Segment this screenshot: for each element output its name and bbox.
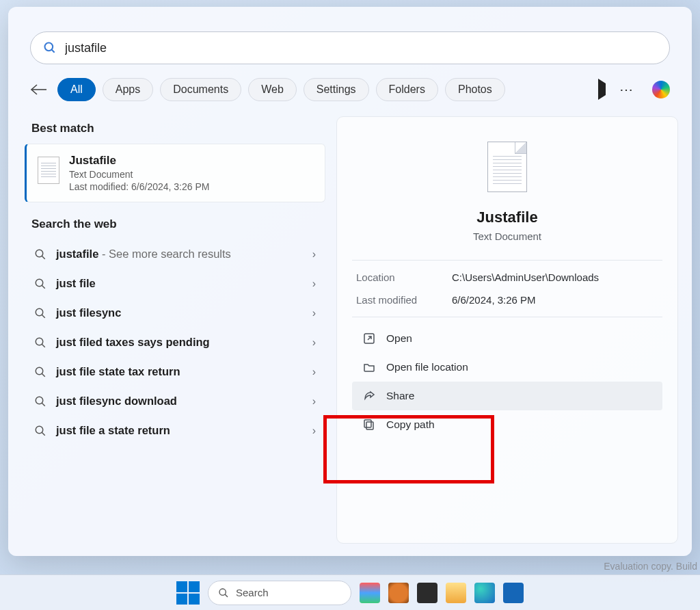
best-match-item[interactable]: Justafile Text Document Last modified: 6… (25, 144, 325, 202)
details-panel: Justafile Text Document Location C:\User… (336, 116, 678, 544)
copy-icon (363, 419, 375, 431)
chevron-right-icon: › (312, 278, 316, 290)
start-button[interactable] (176, 581, 200, 605)
web-suggestion[interactable]: just file a state return › (25, 416, 325, 445)
chevron-right-icon: › (312, 425, 316, 437)
details-title: Justafile (476, 209, 537, 226)
taskbar-app-icon[interactable] (417, 583, 438, 603)
more-icon[interactable]: ⋯ (612, 81, 641, 98)
suggestion-text: just filesync download (56, 395, 303, 408)
chevron-right-icon: › (312, 307, 316, 319)
svg-line-8 (42, 315, 45, 318)
svg-line-12 (42, 373, 45, 377)
web-suggestion[interactable]: just filesync › (25, 298, 325, 328)
meta-key: Location (356, 271, 452, 283)
filter-apps[interactable]: Apps (103, 78, 153, 101)
suggestion-text: justafile (56, 248, 98, 260)
taskbar-search[interactable]: Search (208, 581, 351, 605)
document-icon (38, 157, 59, 184)
taskbar-app-icon[interactable] (388, 583, 409, 603)
svg-line-10 (42, 344, 45, 347)
results-column: Best match Justafile Text Document Last … (22, 116, 336, 544)
chevron-right-icon: › (312, 248, 316, 261)
search-icon (218, 587, 229, 598)
search-input[interactable] (65, 41, 657, 55)
svg-point-15 (36, 426, 43, 434)
web-search-header: Search the web (31, 217, 328, 231)
suggestion-text: just filed taxes says pending (56, 336, 303, 349)
action-label: Share (386, 390, 414, 402)
action-label: Open file location (386, 361, 468, 373)
action-list: Open Open file location Share (352, 324, 662, 439)
search-input-container[interactable] (30, 31, 670, 64)
action-open-location[interactable]: Open file location (352, 353, 662, 382)
meta-value: C:\Users\AdminUser\Downloads (452, 271, 599, 283)
filter-settings[interactable]: Settings (304, 78, 369, 101)
details-subtitle: Text Document (473, 230, 541, 242)
svg-point-9 (36, 338, 43, 345)
suggestion-text: just file state tax return (56, 365, 303, 378)
web-suggestion[interactable]: just filed taxes says pending › (25, 328, 325, 357)
chevron-right-icon: › (312, 366, 316, 378)
search-icon (34, 425, 46, 437)
file-explorer-icon[interactable] (446, 583, 466, 603)
filter-documents[interactable]: Documents (160, 78, 241, 101)
best-match-subtitle: Text Document (69, 169, 209, 180)
svg-rect-19 (364, 420, 371, 427)
open-icon (363, 332, 375, 345)
chevron-right-icon: › (312, 395, 316, 408)
svg-point-0 (45, 43, 53, 51)
svg-point-7 (36, 308, 43, 316)
taskbar: Search (0, 574, 700, 610)
meta-row-location: Location C:\Users\AdminUser\Downloads (352, 261, 662, 294)
svg-rect-18 (366, 422, 373, 429)
store-icon[interactable] (503, 583, 524, 603)
edge-icon[interactable] (474, 583, 495, 603)
search-icon (34, 278, 46, 290)
action-copy-path[interactable]: Copy path (352, 410, 662, 439)
meta-row-modified: Last modified 6/6/2024, 3:26 PM (352, 294, 662, 317)
action-open[interactable]: Open (352, 324, 662, 353)
web-suggestion[interactable]: just filesync download › (25, 386, 325, 416)
back-arrow-icon[interactable] (30, 83, 51, 96)
web-suggestion[interactable]: just file › (25, 269, 325, 298)
svg-line-4 (42, 256, 45, 259)
share-icon (363, 390, 375, 402)
svg-point-20 (219, 589, 226, 595)
suggestion-text: just file (56, 277, 303, 290)
taskbar-search-placeholder: Search (236, 587, 269, 598)
copilot-icon[interactable] (652, 81, 670, 98)
suggestion-tail: - See more search results (98, 248, 231, 260)
meta-value: 6/6/2024, 3:26 PM (452, 294, 536, 306)
search-icon (34, 307, 46, 319)
web-suggestion[interactable]: justafile - See more search results › (25, 239, 325, 269)
search-icon (34, 336, 46, 349)
best-match-title: Justafile (69, 154, 209, 168)
filter-web[interactable]: Web (248, 78, 297, 101)
filter-row: All Apps Documents Web Settings Folders … (30, 78, 670, 101)
suggestion-text: just filesync (56, 306, 303, 319)
svg-point-3 (36, 250, 43, 257)
search-icon (34, 395, 46, 408)
search-icon (34, 248, 46, 261)
svg-line-1 (52, 50, 55, 53)
web-suggestion[interactable]: just file state tax return › (25, 357, 325, 386)
filter-all[interactable]: All (57, 78, 96, 101)
svg-point-5 (36, 279, 43, 287)
filter-photos[interactable]: Photos (445, 78, 505, 101)
svg-line-16 (42, 432, 45, 436)
action-share[interactable]: Share (352, 382, 662, 410)
svg-line-14 (42, 403, 45, 406)
chevron-right-icon: › (312, 336, 316, 349)
svg-point-11 (36, 367, 43, 375)
suggestion-text: just file a state return (56, 424, 303, 437)
svg-point-13 (36, 397, 43, 404)
svg-line-6 (42, 285, 45, 289)
taskbar-app-icon[interactable] (360, 583, 380, 603)
filter-folders[interactable]: Folders (376, 78, 438, 101)
action-label: Open (386, 332, 412, 345)
play-icon[interactable] (598, 83, 606, 96)
watermark-text: Evaluation copy. Build (604, 561, 697, 572)
search-icon (43, 41, 57, 55)
search-panel: All Apps Documents Web Settings Folders … (8, 7, 692, 556)
